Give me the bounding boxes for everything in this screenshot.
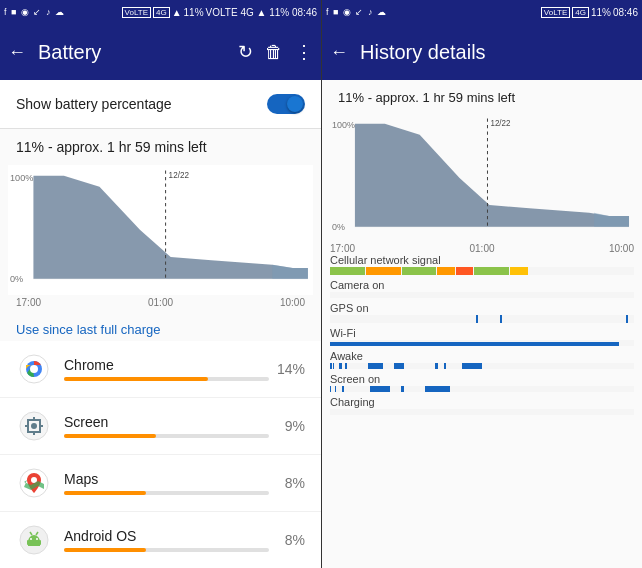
right-x-label-2: 01:00	[469, 243, 494, 254]
history-title: History details	[360, 41, 634, 64]
signal-row-cellular: Cellular network signal	[330, 254, 634, 275]
signal-row-screen: Screen on	[330, 373, 634, 392]
screen-bar	[64, 434, 156, 438]
chart-x-labels: 17:00 01:00 10:00	[8, 295, 313, 310]
right-time: 08:46	[613, 7, 638, 18]
right-status-left: f ■ ◉ ↙ ♪ ☁	[326, 7, 387, 17]
left-panel: f ■ ◉ ↙ ♪ ☁ VoLTE 4G ▲ 11% VOLTE 4G ▲ 11…	[0, 0, 321, 568]
gps-bar	[330, 315, 634, 323]
left-content: Show battery percentage 11% - approx. 1 …	[0, 80, 321, 568]
right-x-label-1: 17:00	[330, 243, 355, 254]
right-back-button[interactable]: ←	[330, 42, 348, 63]
status-left-icons: f ■ ◉ ↙ ♪ ☁	[4, 7, 65, 17]
signal-row-gps: GPS on	[330, 302, 634, 323]
network-badge: 4G	[153, 7, 170, 18]
svg-point-9	[31, 423, 37, 429]
cellular-bar	[330, 267, 634, 275]
right-status-icons: f ■ ◉ ↙ ♪ ☁	[326, 7, 387, 17]
left-status-bar: f ■ ◉ ↙ ♪ ☁ VoLTE 4G ▲ 11% VOLTE 4G ▲ 11…	[0, 0, 321, 24]
chrome-bar	[64, 377, 208, 381]
screen-on-label: Screen on	[330, 373, 634, 385]
right-panel: f ■ ◉ ↙ ♪ ☁ VoLTE 4G 11% 08:46 ← History…	[321, 0, 642, 568]
history-chart: 100% 0% 12/22	[330, 113, 634, 243]
volte-badge: VoLTE	[122, 7, 151, 18]
back-button[interactable]: ←	[8, 42, 26, 63]
status-icons: f ■ ◉ ↙ ♪ ☁	[4, 7, 65, 17]
signal-row-awake: Awake	[330, 350, 634, 369]
android-pct: 8%	[269, 532, 305, 548]
battery-status-text: 11% - approx. 1 hr 59 mins left	[0, 129, 321, 161]
more-button[interactable]: ⋮	[295, 41, 313, 63]
android-bar	[64, 548, 146, 552]
status-right-info: VoLTE 4G ▲ 11% VOLTE 4G ▲ 11% 08:46	[122, 7, 317, 18]
svg-text:12/22: 12/22	[169, 170, 190, 180]
svg-point-19	[30, 538, 32, 540]
wifi-bar	[330, 340, 634, 346]
awake-label: Awake	[330, 350, 634, 362]
screen-info: Screen	[64, 414, 269, 438]
screen-bar-container	[64, 434, 269, 438]
gps-label: GPS on	[330, 302, 634, 314]
svg-text:0%: 0%	[10, 273, 24, 284]
chrome-info: Chrome	[64, 357, 269, 381]
right-status-right: VoLTE 4G 11% 08:46	[541, 7, 638, 18]
svg-text:12/22: 12/22	[490, 118, 510, 128]
camera-label: Camera on	[330, 279, 634, 291]
battery-percentage-toggle[interactable]	[267, 94, 305, 114]
svg-text:100%: 100%	[10, 172, 34, 183]
battery-chart: 100% 0% 12/22	[8, 165, 313, 295]
wifi-label: Wi-Fi	[330, 327, 634, 339]
android-info: Android OS	[64, 528, 269, 552]
maps-info: Maps	[64, 471, 269, 495]
toggle-label: Show battery percentage	[16, 96, 172, 112]
history-chart-svg: 100% 0% 12/22	[330, 113, 634, 243]
app-row-screen[interactable]: Screen 9%	[0, 398, 321, 455]
svg-point-7	[30, 365, 38, 373]
maps-name: Maps	[64, 471, 269, 487]
signal-rows: Cellular network signal Camera on	[322, 254, 642, 415]
signal-row-camera: Camera on	[330, 279, 634, 298]
android-bar-container	[64, 548, 269, 552]
chrome-icon	[16, 351, 52, 387]
history-status-text: 11% - approx. 1 hr 59 mins left	[322, 80, 642, 109]
maps-pct: 8%	[269, 475, 305, 491]
right-network-badge: 4G	[572, 7, 589, 18]
screen-icon	[16, 408, 52, 444]
battery-pct-status: 11%	[184, 7, 204, 18]
chrome-pct: 14%	[269, 361, 305, 377]
screen-pct: 9%	[269, 418, 305, 434]
history-content: 11% - approx. 1 hr 59 mins left 100% 0% …	[322, 80, 642, 568]
right-chart-x-labels: 17:00 01:00 10:00	[324, 243, 640, 254]
maps-bar	[64, 491, 146, 495]
app-row-maps[interactable]: Maps 8%	[0, 455, 321, 512]
chart-svg: 100% 0% 12/22	[8, 165, 313, 295]
app-row-chrome[interactable]: Chrome 14%	[0, 341, 321, 398]
screen-on-bar	[330, 386, 634, 392]
svg-rect-18	[39, 540, 41, 545]
right-battery: 11%	[591, 7, 611, 18]
right-status-bar: f ■ ◉ ↙ ♪ ☁ VoLTE 4G 11% 08:46	[322, 0, 642, 24]
chrome-name: Chrome	[64, 357, 269, 373]
svg-text:100%: 100%	[332, 120, 355, 130]
maps-icon	[16, 465, 52, 501]
charging-label: Charging	[330, 396, 634, 408]
chrome-bar-container	[64, 377, 269, 381]
android-name: Android OS	[64, 528, 269, 544]
page-title: Battery	[38, 41, 226, 64]
signal-icon: ▲	[172, 7, 182, 18]
right-volte-badge: VoLTE	[541, 7, 570, 18]
toggle-knob	[287, 96, 303, 112]
time: VOLTE 4G ▲ 11% 08:46	[206, 7, 317, 18]
x-label-1: 17:00	[16, 297, 41, 308]
battery-toggle-row: Show battery percentage	[0, 80, 321, 129]
awake-bar	[330, 363, 634, 369]
svg-point-20	[36, 538, 38, 540]
app-row-android[interactable]: Android OS 8%	[0, 512, 321, 568]
delete-button[interactable]: 🗑	[265, 42, 283, 63]
right-x-label-3: 10:00	[609, 243, 634, 254]
refresh-button[interactable]: ↻	[238, 41, 253, 63]
svg-text:0%: 0%	[332, 222, 345, 232]
left-toolbar: ← Battery ↻ 🗑 ⋮	[0, 24, 321, 80]
signal-row-charging: Charging	[330, 396, 634, 415]
svg-rect-17	[27, 540, 29, 545]
